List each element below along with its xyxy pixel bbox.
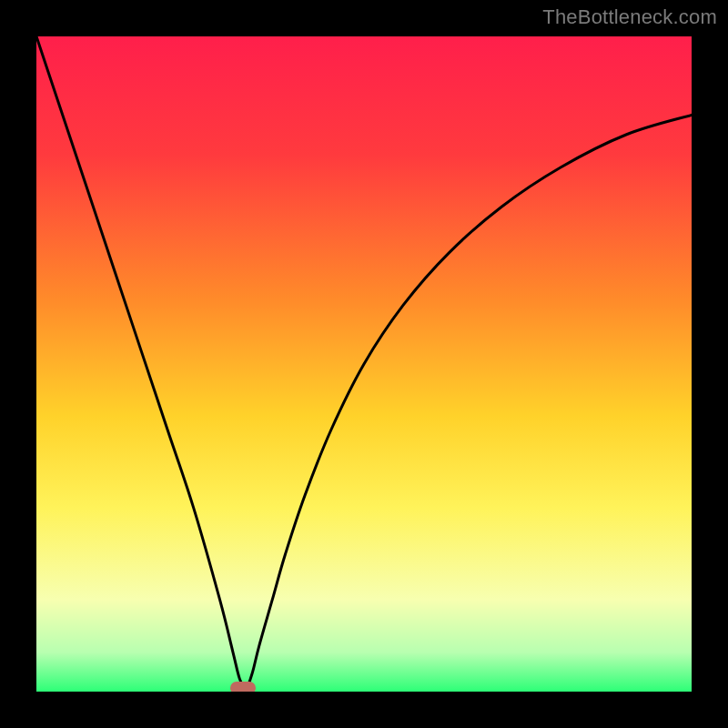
curve-left-branch [36,36,246,692]
curve-layer [36,36,692,692]
curve-right-branch [246,115,692,692]
watermark-text: TheBottleneck.com [542,5,717,29]
plot-area [36,36,692,692]
minimum-marker [230,682,256,692]
chart-frame: TheBottleneck.com [0,0,728,728]
